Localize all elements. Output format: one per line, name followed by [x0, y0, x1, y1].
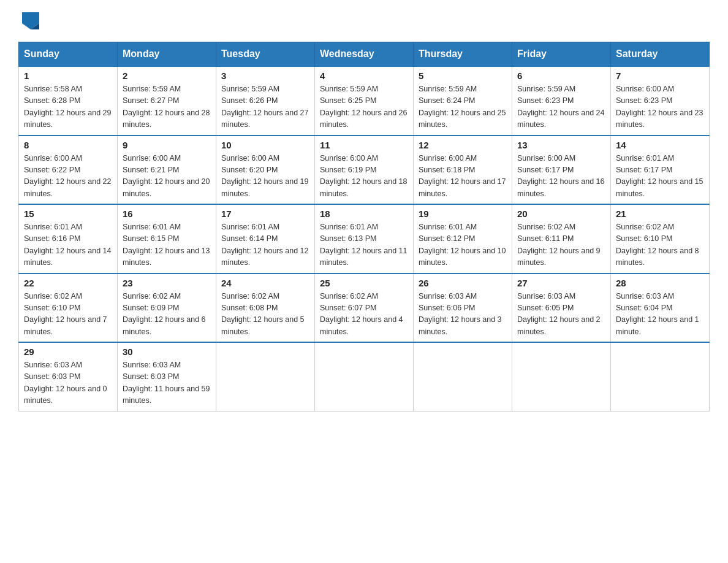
calendar-day-cell: 30 Sunrise: 6:03 AMSunset: 6:03 PMDaylig…: [118, 342, 216, 411]
calendar-day-cell: 11 Sunrise: 6:00 AMSunset: 6:19 PMDaylig…: [315, 136, 414, 205]
calendar-day-cell: 3 Sunrise: 5:59 AMSunset: 6:26 PMDayligh…: [216, 66, 315, 136]
day-number: 27: [517, 278, 605, 288]
calendar-day-cell: 13 Sunrise: 6:00 AMSunset: 6:17 PMDaylig…: [512, 136, 611, 205]
day-detail: Sunrise: 6:00 AMSunset: 6:18 PMDaylight:…: [419, 154, 506, 198]
day-detail: Sunrise: 6:01 AMSunset: 6:12 PMDaylight:…: [419, 223, 506, 267]
day-detail: Sunrise: 6:02 AMSunset: 6:10 PMDaylight:…: [24, 292, 107, 336]
day-number: 26: [419, 278, 507, 288]
day-number: 13: [517, 140, 605, 150]
calendar-day-cell: 6 Sunrise: 5:59 AMSunset: 6:23 PMDayligh…: [512, 66, 611, 136]
logo-icon: [22, 12, 39, 29]
day-detail: Sunrise: 5:59 AMSunset: 6:26 PMDaylight:…: [221, 85, 308, 129]
day-of-week-header: Sunday: [19, 42, 118, 67]
day-detail: Sunrise: 6:03 AMSunset: 6:03 PMDaylight:…: [123, 361, 210, 405]
day-detail: Sunrise: 6:01 AMSunset: 6:16 PMDaylight:…: [24, 223, 111, 267]
day-detail: Sunrise: 5:59 AMSunset: 6:27 PMDaylight:…: [123, 85, 210, 129]
day-number: 3: [221, 71, 309, 81]
day-detail: Sunrise: 6:03 AMSunset: 6:05 PMDaylight:…: [517, 292, 601, 336]
calendar-day-cell: 16 Sunrise: 6:01 AMSunset: 6:15 PMDaylig…: [118, 204, 216, 274]
day-detail: Sunrise: 6:03 AMSunset: 6:04 PMDaylight:…: [616, 292, 699, 336]
day-number: 18: [320, 209, 408, 219]
day-number: 12: [419, 140, 507, 150]
calendar-day-cell: 29 Sunrise: 6:03 AMSunset: 6:03 PMDaylig…: [19, 342, 118, 411]
calendar-day-cell: 10 Sunrise: 6:00 AMSunset: 6:20 PMDaylig…: [216, 136, 315, 205]
day-detail: Sunrise: 6:01 AMSunset: 6:17 PMDaylight:…: [616, 154, 703, 198]
day-detail: Sunrise: 6:01 AMSunset: 6:15 PMDaylight:…: [123, 223, 210, 267]
day-detail: Sunrise: 6:01 AMSunset: 6:14 PMDaylight:…: [221, 223, 308, 267]
calendar-day-cell: 2 Sunrise: 5:59 AMSunset: 6:27 PMDayligh…: [118, 66, 216, 136]
day-number: 8: [24, 140, 112, 150]
day-detail: Sunrise: 6:02 AMSunset: 6:09 PMDaylight:…: [123, 292, 206, 336]
calendar-week-row: 8 Sunrise: 6:00 AMSunset: 6:22 PMDayligh…: [19, 136, 710, 205]
day-number: 20: [517, 209, 605, 219]
day-number: 5: [419, 71, 507, 81]
calendar-day-cell: 15 Sunrise: 6:01 AMSunset: 6:16 PMDaylig…: [19, 204, 118, 274]
calendar-day-cell: 27 Sunrise: 6:03 AMSunset: 6:05 PMDaylig…: [512, 274, 611, 343]
calendar-day-cell: 26 Sunrise: 6:03 AMSunset: 6:06 PMDaylig…: [414, 274, 512, 343]
day-of-week-header: Friday: [512, 42, 611, 67]
day-number: 6: [517, 71, 605, 81]
calendar-day-cell: 5 Sunrise: 5:59 AMSunset: 6:24 PMDayligh…: [414, 66, 512, 136]
day-detail: Sunrise: 6:03 AMSunset: 6:03 PMDaylight:…: [24, 361, 107, 405]
calendar-week-row: 29 Sunrise: 6:03 AMSunset: 6:03 PMDaylig…: [19, 342, 710, 411]
day-of-week-header: Saturday: [611, 42, 710, 67]
day-number: 19: [419, 209, 507, 219]
day-of-week-header: Thursday: [414, 42, 512, 67]
calendar-week-row: 22 Sunrise: 6:02 AMSunset: 6:10 PMDaylig…: [19, 274, 710, 343]
day-number: 21: [616, 209, 704, 219]
header: [18, 12, 710, 29]
day-number: 22: [24, 278, 112, 288]
calendar-day-cell: 21 Sunrise: 6:02 AMSunset: 6:10 PMDaylig…: [611, 204, 710, 274]
calendar-day-cell: 19 Sunrise: 6:01 AMSunset: 6:12 PMDaylig…: [414, 204, 512, 274]
day-detail: Sunrise: 6:00 AMSunset: 6:23 PMDaylight:…: [616, 85, 703, 129]
day-number: 25: [320, 278, 408, 288]
day-detail: Sunrise: 6:01 AMSunset: 6:13 PMDaylight:…: [320, 223, 407, 267]
calendar-day-cell: [414, 342, 512, 411]
calendar-day-cell: 20 Sunrise: 6:02 AMSunset: 6:11 PMDaylig…: [512, 204, 611, 274]
day-of-week-header: Wednesday: [315, 42, 414, 67]
day-detail: Sunrise: 5:59 AMSunset: 6:23 PMDaylight:…: [517, 85, 604, 129]
calendar-day-cell: 8 Sunrise: 6:00 AMSunset: 6:22 PMDayligh…: [19, 136, 118, 205]
calendar-day-cell: 9 Sunrise: 6:00 AMSunset: 6:21 PMDayligh…: [118, 136, 216, 205]
day-detail: Sunrise: 6:00 AMSunset: 6:21 PMDaylight:…: [123, 154, 210, 198]
day-detail: Sunrise: 5:59 AMSunset: 6:25 PMDaylight:…: [320, 85, 407, 129]
calendar-day-cell: 23 Sunrise: 6:02 AMSunset: 6:09 PMDaylig…: [118, 274, 216, 343]
calendar-day-cell: 18 Sunrise: 6:01 AMSunset: 6:13 PMDaylig…: [315, 204, 414, 274]
calendar-day-cell: 24 Sunrise: 6:02 AMSunset: 6:08 PMDaylig…: [216, 274, 315, 343]
day-number: 16: [123, 209, 211, 219]
day-number: 24: [221, 278, 309, 288]
day-number: 2: [123, 71, 211, 81]
day-number: 23: [123, 278, 211, 288]
calendar-day-cell: 17 Sunrise: 6:01 AMSunset: 6:14 PMDaylig…: [216, 204, 315, 274]
day-detail: Sunrise: 6:00 AMSunset: 6:17 PMDaylight:…: [517, 154, 604, 198]
day-number: 10: [221, 140, 309, 150]
day-detail: Sunrise: 6:00 AMSunset: 6:22 PMDaylight:…: [24, 154, 111, 198]
calendar-day-cell: 28 Sunrise: 6:03 AMSunset: 6:04 PMDaylig…: [611, 274, 710, 343]
day-detail: Sunrise: 5:59 AMSunset: 6:24 PMDaylight:…: [419, 85, 506, 129]
day-detail: Sunrise: 6:00 AMSunset: 6:19 PMDaylight:…: [320, 154, 407, 198]
day-number: 9: [123, 140, 211, 150]
day-number: 4: [320, 71, 408, 81]
day-detail: Sunrise: 6:02 AMSunset: 6:10 PMDaylight:…: [616, 223, 699, 267]
calendar-day-cell: [512, 342, 611, 411]
day-number: 11: [320, 140, 408, 150]
day-number: 7: [616, 71, 704, 81]
calendar-day-cell: 7 Sunrise: 6:00 AMSunset: 6:23 PMDayligh…: [611, 66, 710, 136]
day-detail: Sunrise: 6:03 AMSunset: 6:06 PMDaylight:…: [419, 292, 502, 336]
day-detail: Sunrise: 6:02 AMSunset: 6:11 PMDaylight:…: [517, 223, 601, 267]
day-of-week-header: Monday: [118, 42, 216, 67]
day-number: 14: [616, 140, 704, 150]
calendar-week-row: 15 Sunrise: 6:01 AMSunset: 6:16 PMDaylig…: [19, 204, 710, 274]
day-number: 1: [24, 71, 112, 81]
calendar-day-cell: 12 Sunrise: 6:00 AMSunset: 6:18 PMDaylig…: [414, 136, 512, 205]
calendar-day-cell: 22 Sunrise: 6:02 AMSunset: 6:10 PMDaylig…: [19, 274, 118, 343]
day-detail: Sunrise: 5:58 AMSunset: 6:28 PMDaylight:…: [24, 85, 111, 129]
day-detail: Sunrise: 6:02 AMSunset: 6:08 PMDaylight:…: [221, 292, 305, 336]
calendar-week-row: 1 Sunrise: 5:58 AMSunset: 6:28 PMDayligh…: [19, 66, 710, 136]
day-number: 15: [24, 209, 112, 219]
calendar-day-cell: 4 Sunrise: 5:59 AMSunset: 6:25 PMDayligh…: [315, 66, 414, 136]
calendar-day-cell: [216, 342, 315, 411]
day-number: 28: [616, 278, 704, 288]
day-detail: Sunrise: 6:02 AMSunset: 6:07 PMDaylight:…: [320, 292, 403, 336]
day-number: 17: [221, 209, 309, 219]
